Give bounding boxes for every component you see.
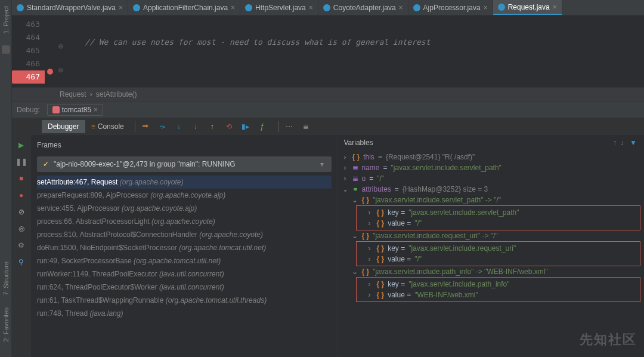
- breadcrumb-class[interactable]: Request: [60, 90, 86, 99]
- camera-icon[interactable]: ◎: [16, 223, 27, 234]
- entry-key[interactable]: ›{ } key = "javax.servlet.include.path_i…: [366, 279, 638, 290]
- editor[interactable]: 463 464 465 466 467 ⊖⊖ // We can use not…: [12, 16, 644, 87]
- stack-frame[interactable]: service:455, AjpProcessor (org.apache.co…: [37, 202, 332, 215]
- run-to-cursor-icon[interactable]: ▮▸: [240, 121, 251, 132]
- tab-request[interactable]: Request.java×: [493, 0, 562, 15]
- breadcrumb-method[interactable]: setAttribute(): [96, 90, 137, 99]
- pin-icon[interactable]: ⚲: [16, 257, 27, 267]
- breakpoints-icon[interactable]: ●: [16, 190, 27, 201]
- trace-icon[interactable]: ⋯: [284, 121, 295, 132]
- breakpoint-active-icon[interactable]: [47, 69, 53, 75]
- close-icon[interactable]: ×: [231, 4, 235, 12]
- tab-application-filter-chain[interactable]: ApplicationFilterChain.java×: [128, 0, 240, 15]
- stack-frame[interactable]: prepareRequest:809, AjpProcessor (org.ap…: [37, 189, 332, 202]
- close-icon[interactable]: ×: [309, 4, 313, 12]
- left-tool-rail: 1: Project 7: Structure 2: Favorites: [0, 0, 12, 357]
- step-into-icon[interactable]: ↓: [174, 121, 184, 132]
- java-file-icon: [413, 4, 420, 11]
- java-file-icon: [498, 4, 505, 11]
- gutter: 463 464 465 466 467: [12, 16, 45, 87]
- evaluate-expr-icon[interactable]: ƒ: [257, 121, 268, 132]
- tool-icon[interactable]: [2, 45, 10, 54]
- frames-title: Frames: [31, 137, 338, 153]
- chevron-right-icon: ›: [342, 164, 349, 172]
- chevron-down-icon[interactable]: ▾: [318, 160, 326, 168]
- tab-http-servlet[interactable]: HttpServlet.java×: [240, 0, 318, 15]
- entry-highlight: ›{ } key = "javax.servlet.include.path_i…: [356, 277, 641, 302]
- step-over-icon[interactable]: ⤼: [157, 121, 168, 132]
- chevron-right-icon: ›: [90, 90, 92, 99]
- entry-key[interactable]: ›{ } key = "javax.servlet.include.reques…: [366, 243, 638, 254]
- step-out-icon[interactable]: ↑: [207, 121, 218, 132]
- chevron-down-icon: ⌄: [342, 185, 349, 193]
- var-attributes[interactable]: ⌄⚭ attributes = {HashMap@3252} size = 3: [342, 184, 641, 195]
- entry-value[interactable]: ›{ } value = "WEB-INF/web.xml": [366, 290, 638, 300]
- mute-bp-icon[interactable]: ⊘: [16, 207, 27, 217]
- tab-standard-wrapper-valve[interactable]: StandardWrapperValve.java×: [12, 0, 128, 15]
- prev-frame-icon[interactable]: ↑: [613, 139, 617, 147]
- close-icon[interactable]: ×: [553, 3, 557, 11]
- settings-icon[interactable]: ⚙: [16, 240, 27, 251]
- more-icon[interactable]: ≣: [301, 121, 311, 132]
- pause-icon[interactable]: ❚❚: [16, 156, 27, 167]
- thread-selector[interactable]: ✓ "ajp-nio-8009-exec-1"@2,473 in group "…: [37, 156, 332, 172]
- stack-frame[interactable]: run:748, Thread (java.lang): [37, 307, 332, 320]
- map-entry[interactable]: ⌄{ } "javax.servlet.include.request_uri"…: [342, 230, 641, 241]
- project-tool-label[interactable]: 1: Project: [2, 6, 10, 33]
- force-step-into-icon[interactable]: ↓: [190, 121, 201, 132]
- stack-frame[interactable]: runWorker:1149, ThreadPoolExecutor (java…: [37, 267, 332, 281]
- breadcrumb[interactable]: Request › setAttribute(): [12, 87, 644, 101]
- chevron-right-icon: ›: [366, 244, 373, 253]
- resume-icon[interactable]: ▶: [16, 140, 27, 150]
- close-icon[interactable]: ×: [484, 4, 488, 12]
- close-icon[interactable]: ×: [399, 4, 403, 12]
- frames-panel: Frames ✓ "ajp-nio-8009-exec-1"@2,473 in …: [31, 135, 338, 357]
- debug-label: Debug:: [17, 106, 40, 114]
- breakpoint-gutter[interactable]: [45, 16, 55, 87]
- stack-frame[interactable]: process:66, AbstractProcessorLight (org.…: [37, 215, 332, 228]
- show-exec-icon[interactable]: ⮕: [140, 121, 151, 132]
- var-name[interactable]: ›≣ name = "javax.servlet.include.servlet…: [342, 162, 641, 173]
- stack-frame[interactable]: run:624, ThreadPoolExecutor$Worker (java…: [37, 281, 332, 294]
- entry-value[interactable]: ›{ } value = "/": [366, 254, 638, 264]
- chevron-right-icon: ›: [366, 219, 373, 227]
- chevron-right-icon: ›: [366, 208, 373, 217]
- bug-icon: [52, 106, 60, 113]
- check-icon: ✓: [43, 160, 49, 168]
- variables-panel: Variables ↑ ↓ ▼ ›{ } this = {Request@254…: [338, 135, 645, 357]
- favorites-tool-label[interactable]: 2: Favorites: [2, 307, 10, 341]
- debug-panels: Frames ✓ "ajp-nio-8009-exec-1"@2,473 in …: [31, 135, 644, 357]
- fold-gutter[interactable]: ⊖⊖: [55, 16, 66, 87]
- drop-frame-icon[interactable]: ⟲: [224, 121, 234, 132]
- map-entry[interactable]: ⌄{ } "javax.servlet.include.path_info" -…: [342, 266, 641, 277]
- chevron-right-icon: ›: [366, 255, 373, 263]
- var-this[interactable]: ›{ } this = {Request@2541} "R( /asdf)": [342, 152, 641, 162]
- var-o[interactable]: ›≣ o = "/": [342, 173, 641, 184]
- map-entry[interactable]: ⌄{ } "javax.servlet.include.servlet_path…: [342, 195, 641, 205]
- stack-frame[interactable]: run:49, SocketProcessorBase (org.apache.…: [37, 254, 332, 267]
- chevron-down-icon: ⌄: [351, 232, 358, 240]
- editor-tabs: StandardWrapperValve.java× ApplicationFi…: [12, 0, 644, 16]
- next-frame-icon[interactable]: ↓: [620, 139, 624, 147]
- variables-title: Variables: [338, 135, 608, 150]
- tab-console[interactable]: ≡Console: [85, 120, 130, 133]
- entry-value[interactable]: ›{ } value = "/": [366, 218, 638, 229]
- structure-tool-label[interactable]: 7: Structure: [2, 261, 10, 296]
- tab-ajp-processor[interactable]: AjpProcessor.java×: [408, 0, 493, 15]
- entry-key[interactable]: ›{ } key = "javax.servlet.include.servle…: [366, 207, 638, 218]
- close-icon[interactable]: ×: [119, 4, 123, 12]
- stack-frame[interactable]: process:810, AbstractProtocol$Connection…: [37, 228, 332, 241]
- run-config-tab[interactable]: tomcat85 ×: [47, 104, 103, 116]
- filter-icon[interactable]: ▼: [630, 139, 637, 147]
- debugger-toolbar: Debugger ≡Console ⮕ ⤼ ↓ ↓ ↑ ⟲ ▮▸ ƒ ⋯ ≣: [12, 118, 644, 135]
- tab-coyote-adapter[interactable]: CoyoteAdapter.java×: [318, 0, 408, 15]
- stop-icon[interactable]: ■: [16, 173, 27, 184]
- variables-tree[interactable]: ›{ } this = {Request@2541} "R( /asdf)" ›…: [338, 150, 645, 357]
- stack-frame[interactable]: setAttribute:467, Request (org.apache.co…: [37, 176, 332, 189]
- stack-list: setAttribute:467, Request (org.apache.co…: [31, 176, 338, 320]
- stack-frame[interactable]: run:61, TaskThread$WrappingRunnable (org…: [37, 294, 332, 307]
- code-area[interactable]: // We can use notes for most - need to d…: [66, 16, 644, 87]
- stack-frame[interactable]: doRun:1500, NioEndpoint$SocketProcessor …: [37, 241, 332, 254]
- tab-debugger[interactable]: Debugger: [42, 120, 85, 133]
- close-icon[interactable]: ×: [94, 106, 98, 114]
